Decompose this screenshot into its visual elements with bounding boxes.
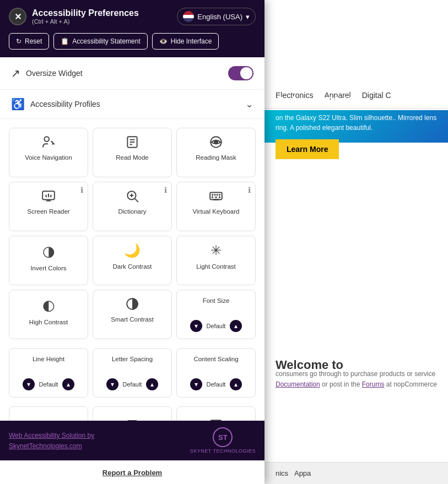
panel-header-left: ✕ Accessibility Preferences (Ctrl + Alt …	[9, 8, 139, 25]
report-problem-link[interactable]: Report a Problem	[102, 469, 162, 477]
hide-interface-button[interactable]: 👁️ Hide Interface	[152, 33, 219, 50]
voice-navigation-icon	[41, 135, 56, 149]
reading-mask-label: Reading Mask	[196, 154, 236, 162]
link-highlight-card[interactable]	[176, 406, 256, 421]
svg-point-6	[214, 140, 218, 144]
accessibility-profiles-row[interactable]: ♿ Accessibility Profiles ⌄	[0, 90, 265, 119]
reset-label: Reset	[25, 37, 42, 45]
smart-contrast-icon	[125, 297, 139, 311]
panel-title: Accessibility Preferences	[32, 8, 139, 18]
tools-grid: Voice Navigation Read Mode	[0, 119, 265, 348]
panel-title-block: Accessibility Preferences (Ctrl + Alt + …	[32, 8, 139, 25]
dark-contrast-icon: 🌙	[124, 243, 141, 258]
footer-brand-text: SKYNET TECHNOLOGIES	[190, 448, 256, 454]
oversize-widget-row[interactable]: ↗ Oversize Widget	[0, 57, 265, 90]
bg-forums-link[interactable]: Forums	[362, 380, 385, 388]
dyslexia-font-card[interactable]: Df	[9, 406, 88, 421]
svg-line-9	[135, 199, 138, 202]
hide-icon: 👁️	[159, 37, 168, 45]
dictionary-label: Dictionary	[118, 208, 146, 216]
reading-mask-card[interactable]: Reading Mask	[176, 128, 256, 177]
voice-navigation-card[interactable]: Voice Navigation	[9, 128, 88, 177]
bg-bottom-nav: nics Appa	[265, 462, 448, 484]
font-size-card[interactable]: Font Size ▾ Default ▴	[176, 290, 256, 339]
content-scaling-decrease[interactable]: ▾	[190, 378, 202, 390]
report-bar: Report a Problem	[0, 460, 265, 484]
accessibility-statement-button[interactable]: 📋 Accessibility Statement	[53, 33, 147, 50]
virtual-keyboard-info-icon[interactable]: ℹ	[248, 186, 251, 194]
svg-rect-12	[210, 193, 222, 200]
font-size-decrease[interactable]: ▾	[190, 320, 202, 332]
dictionary-card[interactable]: ℹ Dictionary	[93, 182, 172, 231]
content-scaling-label: Content Scaling	[193, 355, 238, 363]
font-size-value: Default	[204, 323, 228, 329]
virtual-keyboard-icon	[209, 189, 223, 203]
light-contrast-icon: ✳	[210, 243, 222, 258]
oversize-left: ↗ Oversize Widget	[11, 67, 83, 80]
text-size-icon: T	[127, 417, 137, 421]
content-scaling-value: Default	[204, 381, 228, 388]
bg-body-text: consumers go through to purchase product…	[265, 369, 448, 390]
letter-spacing-card[interactable]: Letter Spacing ▾ Default ▴	[93, 348, 172, 398]
line-height-card[interactable]: Line Height ▾ Default ▴	[9, 348, 88, 398]
voice-navigation-label: Voice Navigation	[25, 154, 72, 162]
oversize-toggle[interactable]	[228, 66, 253, 80]
reset-icon: ↻	[16, 37, 21, 45]
reset-button[interactable]: ↻ Reset	[9, 33, 49, 50]
letter-spacing-value: Default	[121, 381, 144, 388]
accessibility-icon: ♿	[11, 97, 25, 111]
reading-mask-icon	[209, 135, 223, 149]
footer-logo: ST SKYNET TECHNOLOGIES	[190, 427, 256, 454]
line-height-value: Default	[37, 381, 61, 388]
font-size-label: Font Size	[203, 297, 230, 305]
banner-title: Galaxy S22 Ultra	[276, 94, 437, 108]
content-scaling-increase[interactable]: ▴	[230, 378, 242, 390]
content-scaling-controls: ▾ Default ▴	[190, 378, 242, 390]
read-mode-label: Read Mode	[116, 154, 148, 162]
high-contrast-icon: ◐	[42, 297, 55, 314]
chevron-down-icon: ▾	[246, 13, 250, 21]
footer-link[interactable]: Web Accessibility Solution by SkynetTech…	[9, 432, 94, 450]
footer-left: Web Accessibility Solution by SkynetTech…	[9, 430, 94, 451]
content-scaling-card[interactable]: Content Scaling ▾ Default ▴	[176, 348, 256, 398]
smart-contrast-card[interactable]: Smart Contrast	[93, 290, 172, 339]
language-button[interactable]: English (USA) ▾	[177, 8, 256, 25]
bg-banner: Galaxy S22 Ultra on the Galaxy S22 Ultra…	[265, 110, 448, 143]
read-mode-card[interactable]: Read Mode	[93, 128, 172, 177]
letter-spacing-decrease[interactable]: ▾	[106, 378, 118, 390]
dictionary-info-icon[interactable]: ℹ	[164, 186, 167, 194]
profiles-expand-icon[interactable]: ⌄	[245, 98, 253, 110]
panel-body: ↗ Oversize Widget ♿ Accessibility Profil…	[0, 57, 265, 421]
virtual-keyboard-card[interactable]: ℹ Virtual Keyboard	[176, 182, 256, 231]
panel-header: ✕ Accessibility Preferences (Ctrl + Alt …	[0, 0, 265, 33]
accessibility-panel: ✕ Accessibility Preferences (Ctrl + Alt …	[0, 0, 265, 484]
virtual-keyboard-label: Virtual Keyboard	[193, 208, 240, 216]
dark-contrast-label: Dark Contrast	[113, 263, 152, 271]
read-mode-icon	[125, 135, 139, 149]
dark-contrast-card[interactable]: 🌙 Dark Contrast	[93, 236, 172, 285]
letter-spacing-increase[interactable]: ▴	[146, 378, 158, 390]
light-contrast-card[interactable]: ✳ Light Contrast	[176, 236, 256, 285]
screen-reader-info-icon[interactable]: ℹ	[80, 186, 83, 194]
profiles-label: Accessibility Profiles	[30, 100, 100, 108]
line-height-increase[interactable]: ▴	[62, 378, 74, 390]
invert-colors-card[interactable]: ◑ Invert Colors	[9, 236, 88, 285]
line-height-decrease[interactable]: ▾	[23, 378, 35, 390]
screen-reader-icon	[41, 189, 56, 203]
flag-icon	[183, 11, 194, 22]
screen-reader-card[interactable]: ℹ Screen Reader	[9, 182, 88, 231]
line-height-label: Line Height	[33, 355, 64, 363]
bg-doc-link[interactable]: Documentation	[276, 380, 320, 388]
dictionary-icon	[125, 189, 139, 203]
lang-label: English (USA)	[197, 13, 242, 21]
learn-more-button[interactable]: Learn More	[276, 139, 339, 159]
font-size-increase[interactable]: ▴	[230, 320, 242, 332]
controls-grid: Line Height ▾ Default ▴ Letter Spacing ▾…	[0, 348, 265, 406]
text-size-card[interactable]: T	[93, 406, 172, 421]
close-button[interactable]: ✕	[9, 8, 26, 25]
high-contrast-card[interactable]: ◐ High Contrast	[9, 290, 88, 339]
hide-label: Hide Interface	[171, 37, 212, 45]
light-contrast-label: Light Contrast	[196, 263, 236, 271]
font-size-controls: ▾ Default ▴	[190, 320, 242, 332]
invert-colors-label: Invert Colors	[30, 264, 66, 273]
